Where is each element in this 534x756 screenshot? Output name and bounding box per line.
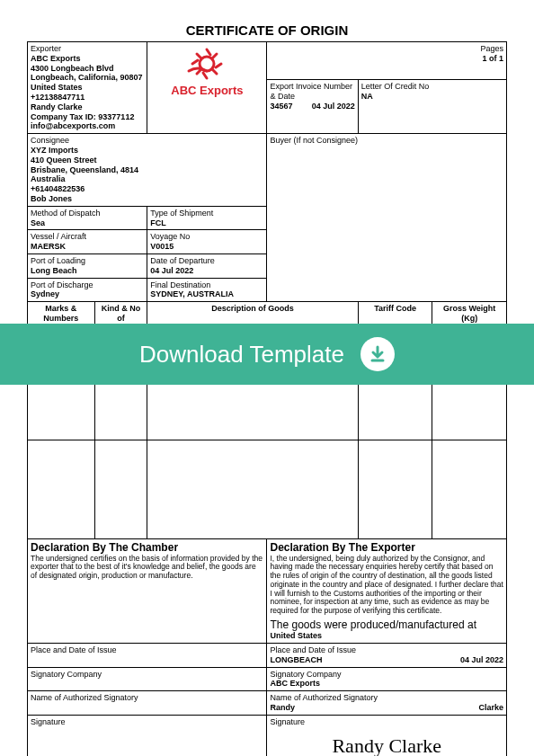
authsig-chamber: Name of Authorized Signatory [28,691,267,716]
exporter-cell: Exporter ABC Exports 4300 Longbeach Blvd… [28,42,147,134]
pol-cell: Port of LoadingLong Beach [28,253,147,278]
pod-cell: Port of DischargeSydney [28,278,147,302]
document-title: CERTIFICATE OF ORIGIN [27,22,507,38]
place-chamber: Place and Date of Issue [28,644,267,668]
dep-cell: Date of Departure04 Jul 2022 [147,253,267,278]
sigco-chamber: Signatory Company [28,667,267,691]
certificate-table: Exporter ABC Exports 4300 Longbeach Blvd… [27,41,507,756]
invoice-cell: Export Invoice Number & Date 3456704 Jul… [267,80,358,134]
exporter-decl: Declaration By The Exporter I, the under… [267,539,507,644]
pages-cell: Pages 1 of 1 [267,42,507,80]
sig-exporter: Signature Randy Clarke [267,715,507,756]
table-blank2 [28,440,507,539]
logo-text: ABC Exports [150,84,263,98]
sigco-exporter: Signatory CompanyABC Exports [267,667,507,691]
chamber-decl: Declaration By The Chamber The undersign… [28,539,267,644]
type-cell: Type of ShipmentFCL [147,206,267,230]
authsig-exporter: Name of Authorized Signatory RandyClarke [267,691,507,716]
buyer-cell: Buyer (If not Consignee) [267,134,507,302]
download-template-button[interactable]: Download Template [0,324,534,385]
sig-chamber: Signature [28,715,267,756]
vessel-cell: Vessel / AircraftMAERSK [28,230,147,254]
banner-label: Download Template [139,341,344,369]
dest-cell: Final DestinationSYDNEY, AUSTRALIA [147,278,267,302]
logo-cell: ABC Exports [147,42,267,134]
method-cell: Method of DispatchSea [28,206,147,230]
place-exporter: Place and Date of Issue LONGBEACH04 Jul … [267,644,507,668]
lc-cell: Letter Of Credit No NA [358,80,506,134]
signature-value: Randy Clarke [270,727,503,756]
gear-icon [185,44,228,84]
voyage-cell: Voyage NoV0015 [147,230,267,254]
download-icon [360,337,395,371]
consignee-cell: Consignee XYZ Imports 410 Queen Street B… [28,134,267,207]
